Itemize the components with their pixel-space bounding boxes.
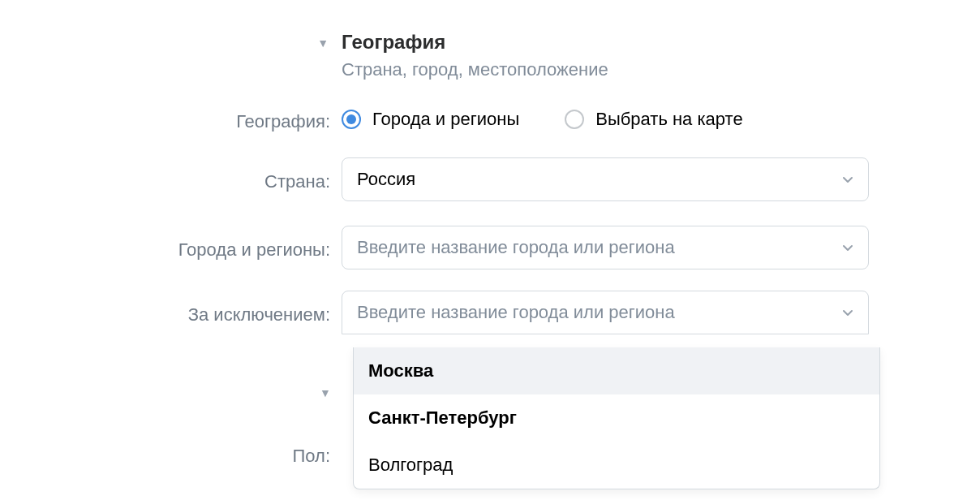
label-exclude: За исключением:	[0, 299, 342, 326]
label-gender: Пол:	[0, 440, 342, 468]
section-title: География	[342, 31, 877, 54]
chevron-down-icon	[840, 172, 855, 187]
dropdown-option-spb[interactable]: Санкт-Петербург	[354, 394, 879, 442]
radio-cities-label: Города и регионы	[372, 108, 519, 131]
row-cities-regions: Города и регионы: Введите название город…	[0, 226, 980, 269]
field-country: Россия	[342, 157, 877, 201]
exclude-input[interactable]: Введите название города или региона	[342, 291, 869, 334]
row-country: Страна: Россия	[0, 157, 980, 201]
geography-radios: Города и регионы Выбрать на карте	[342, 108, 877, 131]
country-value: Россия	[357, 168, 415, 191]
chevron-down-icon	[840, 240, 855, 255]
exclude-placeholder: Введите название города или региона	[357, 301, 675, 324]
dropdown-option-moscow[interactable]: Москва	[354, 347, 879, 394]
field-exclude: Введите название города или региона	[342, 291, 877, 334]
section-caret-col: ▼	[0, 31, 342, 54]
cities-regions-input[interactable]: Введите название города или региона	[342, 226, 869, 269]
radio-select-on-map[interactable]: Выбрать на карте	[565, 108, 742, 131]
radio-map-label: Выбрать на карте	[595, 108, 742, 131]
radio-cities-regions[interactable]: Города и регионы	[342, 108, 519, 131]
section-header: ▼ География Страна, город, местоположени…	[0, 31, 980, 81]
row-exclude: За исключением: Введите название города …	[0, 291, 980, 334]
row-geography: География: Города и регионы Выбрать на к…	[0, 106, 980, 133]
field-geography: Города и регионы Выбрать на карте	[342, 108, 877, 131]
radio-icon	[342, 110, 361, 129]
radio-icon	[565, 110, 584, 129]
field-cities-regions: Введите название города или региона	[342, 226, 877, 269]
dropdown-option-volgograd[interactable]: Волгоград	[354, 442, 879, 489]
cities-regions-placeholder: Введите название города или региона	[357, 236, 675, 259]
chevron-down-icon[interactable]: ▼	[320, 386, 331, 399]
exclude-dropdown: Москва Санкт-Петербург Волгоград	[353, 347, 880, 489]
section-subtitle: Страна, город, местоположение	[342, 58, 877, 81]
label-country: Страна:	[0, 166, 342, 193]
label-geography: География:	[0, 106, 342, 133]
country-select[interactable]: Россия	[342, 157, 869, 201]
label-cities-regions: Города и регионы:	[0, 234, 342, 261]
section-header-text: География Страна, город, местоположение	[342, 31, 877, 81]
chevron-down-icon[interactable]: ▼	[317, 32, 329, 54]
chevron-down-icon	[840, 305, 855, 320]
